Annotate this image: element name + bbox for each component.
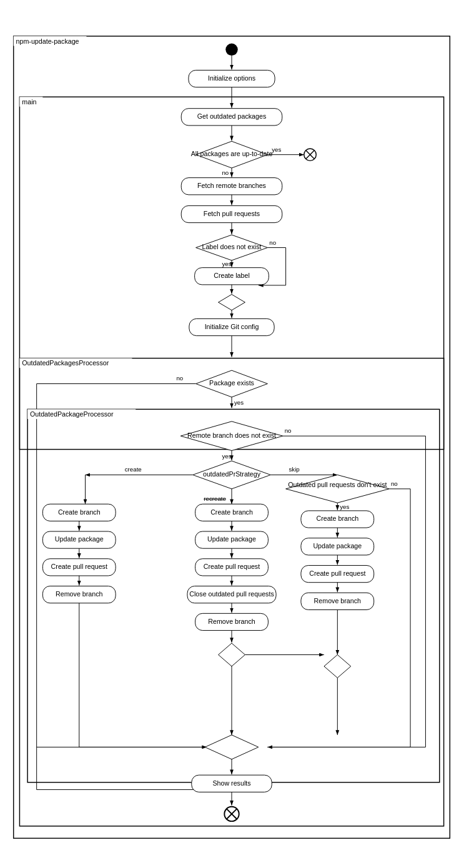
yes-label-outdatedpr: yes xyxy=(340,503,349,510)
no-label-outdatedpr: no xyxy=(391,480,398,487)
create-branch-3-text: Create branch xyxy=(316,515,358,522)
yes-label-label: yes xyxy=(222,260,231,267)
merge-diamond-1 xyxy=(219,294,245,310)
create-pr-2-text: Create pull request xyxy=(204,563,260,570)
outdated-packages-processor-label: OutdatedPackagesProcessor xyxy=(22,359,109,367)
init-options-text: Initialize options xyxy=(208,74,255,82)
get-outdated-text: Get outdated packages xyxy=(197,112,267,120)
outdated-package-processor-label: OutdatedPackageProcessor xyxy=(30,410,114,418)
create-label-text: Create label xyxy=(214,272,250,279)
create-label-strategy: create xyxy=(125,466,142,473)
label-exist-text: Label does not exist xyxy=(202,243,261,250)
show-results-text: Show results xyxy=(212,779,250,787)
start-node xyxy=(225,44,237,56)
update-package-3-text: Update package xyxy=(313,542,362,550)
fetch-remote-text: Fetch remote branches xyxy=(197,182,266,189)
update-package-1-text: Update package xyxy=(55,535,104,543)
yes-label-remotebranch: yes xyxy=(222,453,231,460)
all-uptodate-text: All packages are up-to-date xyxy=(191,150,273,157)
remote-branch-text: Remote branch does not exist xyxy=(187,432,276,439)
merge-diamond-inner xyxy=(219,643,245,666)
create-pr-3-text: Create pull request xyxy=(309,570,365,577)
init-git-config-text: Initialize Git config xyxy=(205,323,259,330)
strategy-text: outdatedPrStrategy xyxy=(203,470,261,478)
remove-branch-3-text: Remove branch xyxy=(314,597,362,604)
no-label-remotebranch: no xyxy=(285,427,292,434)
yes-label-packageexists: yes xyxy=(234,399,244,406)
create-branch-2-text: Create branch xyxy=(210,508,253,516)
recreate-label-strategy: recreate xyxy=(204,495,226,502)
remove-branch-2-text: Remove branch xyxy=(208,618,255,625)
npm-update-package-label: npm-update-package xyxy=(16,37,79,45)
merge-diamond-right xyxy=(324,654,351,678)
outdated-pr-exist-text: Outdated pull requests don't exist xyxy=(288,481,387,488)
close-outdated-text: Close outdated pull requests xyxy=(189,590,274,598)
fetch-pr-text: Fetch pull requests xyxy=(204,210,260,217)
no-label-packageexists: no xyxy=(176,375,183,382)
create-pr-1-text: Create pull request xyxy=(51,563,107,570)
no-label-uptodate: no xyxy=(222,169,229,176)
merge-diamond-main xyxy=(205,735,259,759)
diagram-container: npm-update-package main Initialize optio… xyxy=(0,0,464,868)
main-frame-label: main xyxy=(22,98,36,106)
yes-label-uptodate: yes xyxy=(272,146,281,153)
create-branch-1-text: Create branch xyxy=(58,508,101,516)
no-label-label: no xyxy=(269,239,276,246)
skip-label-strategy: skip xyxy=(289,466,299,473)
update-package-2-text: Update package xyxy=(207,535,256,543)
remove-branch-1-text: Remove branch xyxy=(56,590,103,598)
outdated-pr-exist-diamond xyxy=(286,475,389,503)
package-exists-text: Package exists xyxy=(209,379,254,387)
